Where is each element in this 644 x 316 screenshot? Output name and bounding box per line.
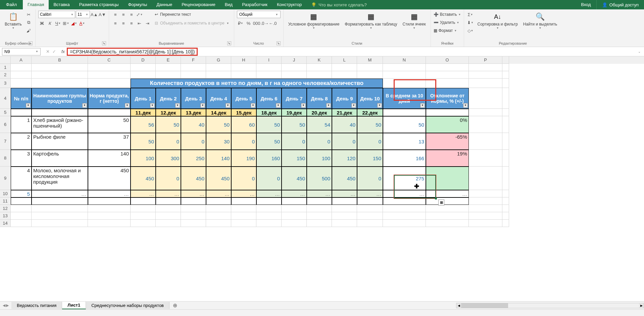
cell[interactable]: 300 — [156, 150, 181, 167]
filter-button[interactable]: ▼ — [463, 103, 468, 108]
cell[interactable]: 0 — [282, 133, 307, 150]
table-header[interactable]: День 3▼ — [181, 88, 206, 109]
table-header[interactable]: День 4▼ — [206, 88, 231, 109]
cell[interactable] — [502, 205, 509, 212]
cell[interactable]: 0 — [156, 167, 181, 190]
col-header[interactable]: P — [469, 56, 502, 64]
cell[interactable] — [502, 150, 509, 167]
autosum-button[interactable]: Σ▼ — [467, 11, 474, 18]
cell[interactable] — [256, 205, 282, 212]
sheet-nav-prev[interactable]: ◀ — [3, 303, 5, 308]
cell[interactable]: 0 — [357, 167, 383, 190]
cell[interactable]: 0 — [231, 167, 256, 190]
col-header[interactable]: L — [332, 56, 357, 64]
decrease-indent-button[interactable]: ⇤ — [136, 19, 143, 27]
col-header[interactable]: O — [426, 56, 469, 64]
cell[interactable]: 190 — [231, 150, 256, 167]
cell[interactable] — [11, 79, 32, 88]
comma-button[interactable]: 000 — [253, 19, 260, 27]
font-color-button[interactable]: А▼ — [79, 19, 86, 27]
cell[interactable]: 0% — [426, 116, 469, 133]
find-select-button[interactable]: 🔍Найти и выделить▼ — [521, 11, 559, 30]
align-right-button[interactable]: ≡ — [128, 19, 135, 27]
name-box[interactable]: N9▼ — [2, 48, 41, 55]
cell[interactable]: 50 — [131, 133, 156, 150]
table-title[interactable]: Количество продуктов в нетто по дням, в … — [131, 79, 383, 88]
filter-button[interactable]: ▼ — [326, 103, 331, 108]
col-header[interactable]: B — [32, 56, 88, 64]
tab-design[interactable]: Конструктор — [272, 0, 306, 9]
row-header[interactable]: 14 — [0, 220, 11, 227]
row-header[interactable]: 13 — [0, 212, 11, 220]
cell[interactable]: Картофель — [32, 150, 88, 167]
increase-decimal-button[interactable]: .0→ — [261, 19, 268, 27]
cell[interactable]: … — [282, 190, 307, 197]
tab-formulas[interactable]: Формулы — [123, 0, 152, 9]
cell[interactable]: 56 — [131, 116, 156, 133]
cell[interactable]: 166 — [383, 150, 426, 167]
cell[interactable] — [181, 220, 206, 227]
cell[interactable] — [426, 205, 469, 212]
cell[interactable]: 450 — [206, 167, 231, 190]
row-header[interactable]: 7 — [0, 133, 11, 150]
file-menu[interactable]: Файл — [0, 0, 23, 9]
cell[interactable] — [131, 64, 156, 71]
cell[interactable]: 13 — [383, 133, 426, 150]
date-header[interactable]: 13.дек — [181, 109, 206, 116]
cell[interactable] — [156, 212, 181, 220]
cell[interactable] — [181, 205, 206, 212]
wrap-text-button[interactable]: ↩Перенести текст — [153, 11, 231, 18]
table-header[interactable]: День 8▼ — [307, 88, 332, 109]
copy-button[interactable]: ⧉ — [25, 19, 33, 26]
table-header[interactable]: День 10▼ — [357, 88, 383, 109]
cell[interactable] — [32, 71, 88, 79]
cell[interactable] — [32, 64, 88, 71]
col-header[interactable]: I — [256, 56, 282, 64]
date-header[interactable]: 12.дек — [156, 109, 181, 116]
decrease-decimal-button[interactable]: ←.0 — [269, 19, 277, 27]
cell[interactable] — [469, 109, 502, 116]
cell[interactable] — [11, 220, 32, 227]
font-size-combo[interactable]: 11▼ — [76, 11, 90, 18]
cell[interactable]: 40 — [181, 116, 206, 133]
cell[interactable]: … — [88, 190, 131, 197]
cell[interactable] — [88, 205, 131, 212]
cell[interactable] — [256, 212, 282, 220]
cell[interactable] — [11, 205, 32, 212]
cell[interactable] — [11, 64, 32, 71]
number-format-combo[interactable]: Общий▼ — [237, 11, 281, 18]
horizontal-scrollbar[interactable]: ◀ ▶ — [456, 303, 644, 308]
cell[interactable] — [181, 197, 206, 205]
cell[interactable] — [32, 212, 88, 220]
cell[interactable] — [469, 133, 502, 150]
cell[interactable]: 50 — [206, 116, 231, 133]
cell[interactable]: … — [357, 190, 383, 197]
cell[interactable]: 140 — [206, 150, 231, 167]
table-header[interactable]: День 1▼ — [131, 88, 156, 109]
cell[interactable] — [206, 212, 231, 220]
align-top-button[interactable]: ≡ — [112, 11, 119, 18]
row-header[interactable]: 5 — [0, 109, 11, 116]
filter-button[interactable]: ▼ — [82, 103, 87, 108]
cell[interactable] — [383, 109, 426, 116]
select-all-corner[interactable] — [0, 56, 11, 64]
cell[interactable] — [156, 64, 181, 71]
cell[interactable]: 275 — [383, 167, 426, 190]
cell[interactable] — [131, 220, 156, 227]
increase-font-button[interactable]: A▲ — [91, 11, 98, 18]
table-header[interactable]: День 9▼ — [332, 88, 357, 109]
tab-data[interactable]: Данные — [152, 0, 177, 9]
cell[interactable]: 0 — [357, 133, 383, 150]
col-header[interactable]: K — [307, 56, 332, 64]
cell[interactable] — [256, 64, 282, 71]
cell[interactable]: 60 — [231, 116, 256, 133]
col-header[interactable]: D — [131, 56, 156, 64]
row-header[interactable]: 2 — [0, 71, 11, 79]
col-header[interactable]: N — [383, 56, 426, 64]
cell[interactable] — [469, 205, 502, 212]
filter-button[interactable]: ▼ — [200, 103, 205, 108]
cell[interactable] — [469, 190, 502, 197]
autofill-options-icon[interactable]: ▦ — [438, 199, 444, 206]
fill-button[interactable]: ⬇▼ — [467, 19, 474, 26]
cell[interactable] — [32, 220, 88, 227]
